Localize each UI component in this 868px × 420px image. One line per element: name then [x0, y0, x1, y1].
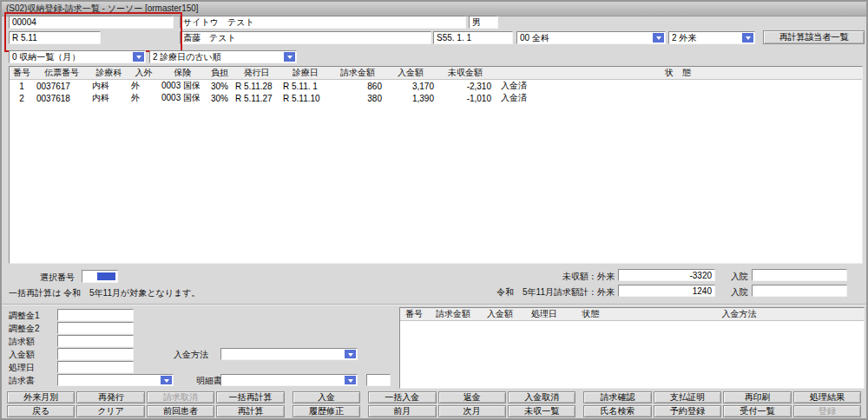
invoice-cell: 860	[331, 80, 385, 93]
button-row-1: 外来月別 再発行 請求取消 一括再計算 入金 一括入金 返金 入金取消 請求確認…	[7, 391, 861, 404]
invoice-cell: -2,310	[437, 80, 494, 93]
statement-print-select[interactable]	[220, 374, 358, 386]
batch-deposit-button[interactable]: 一括入金	[368, 391, 436, 404]
invoice-cell: 0003 国保	[159, 92, 207, 104]
invoice-col-header: 番号	[10, 67, 34, 80]
adjustment1-field[interactable]	[57, 309, 134, 321]
invoice-cell: 30%	[207, 92, 233, 104]
list-mode-select[interactable]: 0 収納一覧（月）	[9, 50, 146, 63]
name-search-button[interactable]: 氏名検索	[583, 405, 651, 417]
invoice-cell: 0037617	[34, 80, 89, 93]
unpaid-list-button[interactable]: 未収一覧	[508, 405, 575, 417]
visit-type-select[interactable]: 2 外来	[668, 31, 755, 44]
sort-order-select[interactable]: 2 診療日の古い順	[149, 50, 297, 63]
process-col-header: 状態	[567, 308, 615, 321]
invoice-header-row: 番号 伝票番号 診療科 入外 保険 負担 発行日 診療日 請求金額 入金額 未収…	[10, 67, 862, 80]
invoice-cell: 1	[10, 80, 34, 93]
chevron-down-icon[interactable]	[133, 52, 144, 62]
chevron-down-icon[interactable]	[345, 376, 356, 384]
register-button: 登録	[793, 405, 861, 417]
recalc-button[interactable]: 再計算	[216, 405, 284, 417]
outpatient-monthly-button[interactable]: 外来月別	[7, 391, 75, 404]
kanji-name-field: 斎藤 テスト	[180, 31, 431, 44]
highlight-annotation	[4, 12, 182, 52]
billed-inpatient-field	[752, 285, 847, 297]
invoice-col-header: 診療科	[89, 67, 128, 80]
billed-outpatient-label: 令和 5年11月請求額計：外来	[467, 287, 615, 298]
invoice-cell: 2	[10, 92, 34, 104]
history-edit-button[interactable]: 履歴修正	[293, 405, 360, 417]
chevron-down-icon[interactable]	[742, 33, 753, 43]
department-select[interactable]: 00 全科	[516, 31, 666, 44]
process-date-label: 処理日	[9, 363, 35, 373]
chevron-down-icon[interactable]	[345, 350, 356, 358]
process-result-button[interactable]: 処理結果	[793, 391, 861, 404]
payment-method-select[interactable]	[220, 348, 358, 360]
previous-patient-button[interactable]: 前回患者	[147, 405, 214, 417]
invoice-print-select[interactable]	[57, 374, 174, 386]
app-window: (S02)収納登録-請求一覧 - ソーソー [ormaster150] 0000…	[0, 0, 868, 420]
reservation-register-button[interactable]: 予約登録	[654, 405, 721, 417]
billed-amount-field[interactable]	[57, 335, 134, 347]
invoice-table: 番号 伝票番号 診療科 入外 保険 負担 発行日 診療日 請求金額 入金額 未収…	[9, 66, 863, 264]
clear-button[interactable]: クリア	[76, 405, 144, 417]
deposit-amount-field[interactable]	[57, 348, 134, 360]
adjustment2-field[interactable]	[57, 322, 134, 334]
adjustment2-label: 調整金2	[9, 324, 40, 334]
invoice-col-header: 入外	[128, 67, 159, 80]
batch-recalc-button[interactable]: 一括再計算	[216, 391, 284, 404]
invoice-cell: 380	[331, 92, 385, 104]
next-month-button[interactable]: 次月	[438, 405, 506, 417]
invoice-col-header: 伝票番号	[34, 67, 89, 80]
selection-number-input[interactable]	[82, 270, 118, 283]
chevron-down-icon[interactable]	[161, 376, 172, 384]
invoice-cell: 3,170	[385, 80, 437, 93]
invoice-cell: 入金済	[494, 92, 862, 104]
refund-button[interactable]: 返金	[438, 391, 506, 404]
invoice-cell: 0003 国保	[159, 80, 207, 93]
invoice-col-header: 診療日	[280, 67, 331, 80]
invoice-cell: 内科	[89, 92, 128, 104]
process-date-field[interactable]	[57, 361, 134, 373]
chevron-down-icon[interactable]	[653, 33, 664, 43]
invoice-row[interactable]: 1 0037617 内科 外 0003 国保 30% R 5.11.28 R 5…	[10, 80, 862, 93]
billing-confirm-button[interactable]: 請求確認	[583, 391, 651, 404]
invoice-cell: 外	[128, 92, 159, 104]
gender-field: 男	[469, 16, 498, 29]
invoice-row[interactable]: 2 0037618 内科 外 0003 国保 30% R 5.11.27 R 5…	[10, 92, 862, 104]
selection-number-label: 選択番号	[40, 272, 75, 283]
process-col-header: 請求金額	[428, 308, 478, 321]
recalc-target-list-button[interactable]: 再計算該当者一覧	[763, 30, 865, 44]
back-button[interactable]: 戻る	[7, 405, 75, 417]
unpaid-outpatient-field: -3320	[618, 269, 715, 281]
statement-print-label: 明細書	[196, 376, 222, 386]
invoice-cell: -1,010	[437, 92, 494, 104]
invoice-cell: R 5.11. 1	[280, 80, 331, 93]
reception-list-button[interactable]: 受付一覧	[723, 405, 791, 417]
deposit-button[interactable]: 入金	[293, 391, 360, 404]
button-row-2: 戻る クリア 前回患者 再計算 履歴修正 前月 次月 未収一覧 氏名検索 予約登…	[7, 405, 861, 417]
invoice-col-header: 状 態	[494, 67, 862, 80]
invoice-col-header: 保険	[159, 67, 207, 80]
text-cursor-selection	[97, 272, 115, 280]
billing-cancel-button: 請求取消	[147, 391, 214, 404]
billed-amount-label: 請求額	[9, 337, 35, 347]
process-col-header: 処理日	[522, 308, 567, 321]
payment-proof-button[interactable]: 支払証明	[654, 391, 721, 404]
invoice-cell: 入金済	[494, 80, 862, 93]
invoice-col-header: 入金額	[385, 67, 437, 80]
birth-date-field: S55. 1. 1	[433, 31, 513, 44]
deposit-amount-label: 入金額	[9, 350, 35, 360]
chevron-down-icon[interactable]	[284, 52, 295, 62]
prev-month-button[interactable]: 前月	[368, 405, 436, 417]
invoice-cell: 1,390	[385, 92, 437, 104]
invoice-cell: 0037618	[34, 92, 89, 104]
reprint-button[interactable]: 再印刷	[723, 391, 791, 404]
batch-recalc-note: 一括再計算は 令和 5年11月が対象となります。	[9, 288, 200, 299]
kana-name-field: サイトウ テスト	[180, 16, 466, 29]
deposit-cancel-button[interactable]: 入金取消	[508, 391, 575, 404]
reissue-button[interactable]: 再発行	[76, 391, 144, 404]
statement-copies-field[interactable]	[366, 374, 391, 386]
invoice-col-header: 未収金額	[437, 67, 494, 80]
unpaid-outpatient-label: 未収額：外来	[521, 272, 615, 282]
